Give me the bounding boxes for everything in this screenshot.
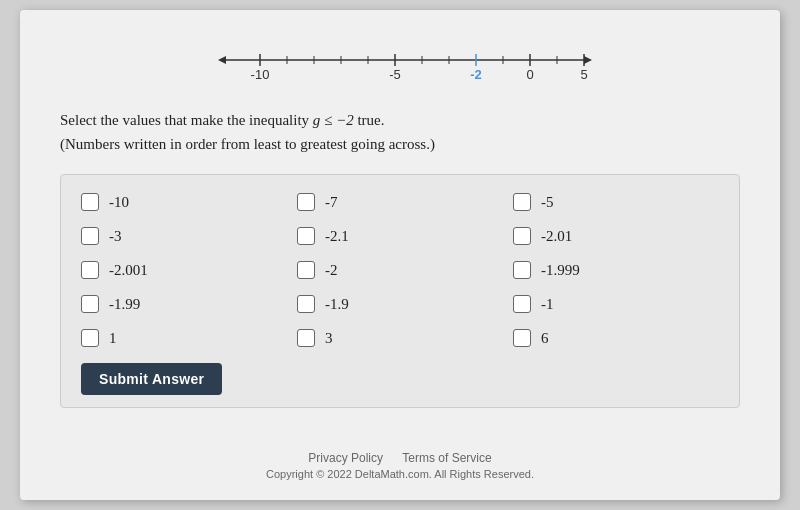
checkbox-6[interactable] bbox=[513, 329, 531, 347]
checkbox-label: -5 bbox=[541, 194, 554, 211]
list-item[interactable]: -1.99 bbox=[81, 295, 287, 313]
checkbox-neg2-01[interactable] bbox=[513, 227, 531, 245]
question-line1: Select the values that make the inequali… bbox=[60, 112, 309, 128]
checkbox-label: -2.01 bbox=[541, 228, 572, 245]
terms-of-service-link[interactable]: Terms of Service bbox=[402, 451, 491, 465]
checkbox-label: 6 bbox=[541, 330, 549, 347]
checkbox-label: -1.999 bbox=[541, 262, 580, 279]
list-item[interactable]: -7 bbox=[297, 193, 503, 211]
list-item[interactable]: 1 bbox=[81, 329, 287, 347]
checkbox-neg7[interactable] bbox=[297, 193, 315, 211]
submit-button[interactable]: Submit Answer bbox=[81, 363, 222, 395]
checkbox-neg1-999[interactable] bbox=[513, 261, 531, 279]
math-expression: g ≤ −2 bbox=[313, 112, 358, 128]
number-line-container: -10 -5 -2 0 bbox=[60, 35, 740, 90]
checkbox-label: 3 bbox=[325, 330, 333, 347]
checkbox-neg1[interactable] bbox=[513, 295, 531, 313]
checkbox-label: -3 bbox=[109, 228, 122, 245]
copyright-text: Copyright © 2022 DeltaMath.com. All Righ… bbox=[60, 468, 740, 480]
checkbox-label: -7 bbox=[325, 194, 338, 211]
footer-links: Privacy Policy Terms of Service bbox=[60, 451, 740, 465]
list-item[interactable]: -2.01 bbox=[513, 227, 719, 245]
answer-box: -10 -7 -5 -3 -2.1 -2.01 bbox=[60, 174, 740, 408]
footer: Privacy Policy Terms of Service Copyrigh… bbox=[60, 433, 740, 480]
number-line-svg: -10 -5 -2 0 bbox=[170, 35, 630, 90]
checkbox-neg2-001[interactable] bbox=[81, 261, 99, 279]
checkbox-label: -2.001 bbox=[109, 262, 148, 279]
checkbox-neg2[interactable] bbox=[297, 261, 315, 279]
svg-text:-10: -10 bbox=[251, 67, 270, 82]
privacy-policy-link[interactable]: Privacy Policy bbox=[308, 451, 383, 465]
checkbox-neg1-9[interactable] bbox=[297, 295, 315, 313]
list-item[interactable]: -3 bbox=[81, 227, 287, 245]
svg-marker-1 bbox=[218, 56, 226, 64]
checkbox-3[interactable] bbox=[297, 329, 315, 347]
list-item[interactable]: -1 bbox=[513, 295, 719, 313]
checkbox-neg1-99[interactable] bbox=[81, 295, 99, 313]
page-container: -10 -5 -2 0 bbox=[20, 10, 780, 500]
list-item[interactable]: -1.999 bbox=[513, 261, 719, 279]
svg-text:5: 5 bbox=[580, 67, 587, 82]
svg-text:0: 0 bbox=[526, 67, 533, 82]
checkbox-label: 1 bbox=[109, 330, 117, 347]
checkbox-label: -1.99 bbox=[109, 296, 140, 313]
svg-text:-2: -2 bbox=[470, 67, 482, 82]
question-line2: (Numbers written in order from least to … bbox=[60, 136, 435, 152]
checkbox-neg10[interactable] bbox=[81, 193, 99, 211]
question-text: Select the values that make the inequali… bbox=[60, 108, 740, 156]
list-item[interactable]: -2.001 bbox=[81, 261, 287, 279]
checkbox-label: -10 bbox=[109, 194, 129, 211]
checkbox-label: -1 bbox=[541, 296, 554, 313]
list-item[interactable]: -1.9 bbox=[297, 295, 503, 313]
list-item[interactable]: -10 bbox=[81, 193, 287, 211]
list-item[interactable]: 6 bbox=[513, 329, 719, 347]
checkbox-label: -2 bbox=[325, 262, 338, 279]
checkbox-label: -1.9 bbox=[325, 296, 349, 313]
checkbox-label: -2.1 bbox=[325, 228, 349, 245]
svg-text:-5: -5 bbox=[389, 67, 401, 82]
checkbox-neg2-1[interactable] bbox=[297, 227, 315, 245]
checkbox-neg5[interactable] bbox=[513, 193, 531, 211]
checkbox-grid: -10 -7 -5 -3 -2.1 -2.01 bbox=[81, 193, 719, 347]
list-item[interactable]: 3 bbox=[297, 329, 503, 347]
svg-marker-2 bbox=[584, 56, 592, 64]
checkbox-1[interactable] bbox=[81, 329, 99, 347]
list-item[interactable]: -2.1 bbox=[297, 227, 503, 245]
question-line1-end: true. bbox=[357, 112, 384, 128]
list-item[interactable]: -5 bbox=[513, 193, 719, 211]
list-item[interactable]: -2 bbox=[297, 261, 503, 279]
checkbox-neg3[interactable] bbox=[81, 227, 99, 245]
